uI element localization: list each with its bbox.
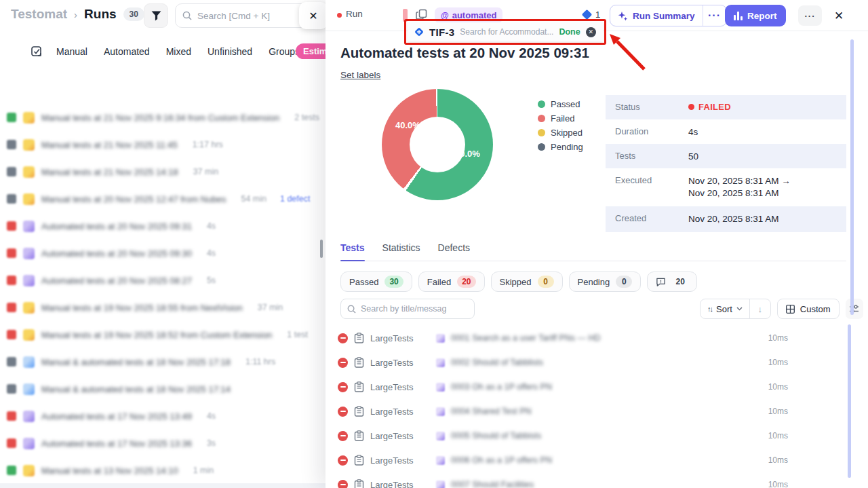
tab-tests[interactable]: Tests [340, 242, 365, 261]
run-list-item[interactable]: Manual tests at 20 Nov 2025 12:47 from N… [0, 185, 326, 212]
drawer-scrollbar[interactable] [850, 39, 854, 315]
run-list-item[interactable]: Manual tests at 21 Nov 2025 9:16:34 from… [0, 104, 326, 131]
grid-icon [786, 305, 795, 314]
filter-tab-manual[interactable]: Manual [56, 46, 87, 57]
run-title-text: Automated tests at 20 Nov 2025 09:31 [41, 221, 192, 231]
run-kind-icon [23, 356, 35, 368]
run-list-item[interactable]: Automated tests at 17 Nov 2025 13:494s [0, 402, 326, 430]
run-status-icon [7, 113, 16, 122]
set-labels-link[interactable]: Set labels [340, 70, 380, 80]
filter-button[interactable] [144, 3, 168, 28]
chip-pending[interactable]: Pending0 [569, 271, 642, 292]
chip-count-badge: 30 [384, 276, 403, 288]
run-kind-icon [23, 193, 35, 205]
test-list-item[interactable]: LargeTests0005 Should of Tabbists10ms [338, 424, 788, 448]
filter-sliders-button[interactable] [846, 299, 863, 319]
test-duration: 10ms [768, 455, 788, 465]
run-list-item[interactable]: Manual tests at 19 Nov 2025 18:52 from C… [0, 321, 326, 348]
issue-popup[interactable]: TIF-3 Search for Accommodat... Done ✕ [408, 22, 603, 41]
filter-tab-automated[interactable]: Automated [104, 46, 150, 57]
report-button[interactable]: Report [725, 5, 786, 26]
summary-row-tests: Tests50 [606, 144, 846, 168]
test-list-item[interactable]: LargeTests0004 Shared Test PN10ms [338, 399, 788, 424]
search-input[interactable] [197, 11, 299, 21]
run-title-text: Manual tests at 21 Nov 2025 11:45 [41, 140, 178, 150]
status-filter-chips: Passed30Failed20Skipped0Pending020 [340, 271, 697, 292]
test-search-input[interactable] [361, 304, 462, 314]
run-title-text: Manual tests at 21 Nov 2025 14:18 [41, 167, 178, 177]
run-meta: 1:17 hrs [193, 140, 223, 149]
summary-row-status: StatusFAILED [606, 95, 846, 119]
run-summary-button[interactable]: Run Summary ··· [610, 5, 727, 26]
run-list-item[interactable]: Automated tests at 17 Nov 2025 13:363s [0, 430, 326, 457]
run-defects-link[interactable]: 1 defect [280, 194, 310, 204]
run-meta: 54 min [241, 194, 267, 204]
tab-statistics[interactable]: Statistics [382, 242, 420, 261]
issue-badge [436, 407, 445, 416]
filter-tab-mixed[interactable]: Mixed [166, 46, 191, 57]
run-list-item[interactable]: Manual tests at 19 Nov 2025 18:55 from N… [0, 294, 326, 321]
select-all-icon[interactable] [31, 46, 43, 58]
jira-diamond-icon [582, 10, 593, 20]
run-list-item[interactable]: Automated tests at 20 Nov 2025 09:314s [0, 212, 326, 240]
test-duration: 10ms [768, 407, 788, 416]
summary-label: Duration [615, 126, 688, 136]
issue-remove-icon[interactable]: ✕ [586, 27, 596, 37]
suite-label: LargeTests [370, 407, 422, 417]
detail-tabs: TestsStatisticsDefects [340, 242, 846, 261]
sort-dropdown[interactable]: ↑↓ Sort [701, 299, 749, 318]
run-list-item[interactable]: Manual tests at 21 Nov 2025 11:451:17 hr… [0, 131, 326, 158]
summary-value: Nov 20, 2025 8:31 AM [688, 213, 779, 225]
left-bottom-strip [0, 483, 326, 488]
run-list-item[interactable]: Manual tests at 21 Nov 2025 14:1837 min [0, 158, 326, 185]
legend-dot [538, 143, 545, 151]
run-details-drawer: Run @ automated 1 Run Summary ··· Repor [326, 0, 868, 488]
run-meta: 3s [207, 438, 216, 448]
test-list-item[interactable]: LargeTests0006 Oh as a 1P offers PN10ms [338, 448, 788, 472]
run-kind-icon [23, 275, 35, 286]
test-search[interactable] [340, 299, 475, 319]
results-donut-chart: 40.0% 60.0% [382, 89, 493, 200]
failed-icon [338, 358, 348, 368]
summary-value-line: 4s [688, 126, 698, 138]
clear-search-button[interactable]: ✕ [299, 2, 328, 29]
run-list-item[interactable]: Manual & automated tests at 18 Nov 2025 … [0, 375, 326, 402]
run-list-item[interactable]: Automated tests at 20 Nov 2025 08:275s [0, 267, 326, 294]
run-list-item[interactable]: Manual tests at 13 Nov 2025 14:101 min [0, 457, 326, 484]
run-title-text: Automated tests at 20 Nov 2025 09:30 [41, 248, 192, 259]
test-list-scrollbar[interactable] [848, 324, 851, 478]
test-title: 0006 Oh as a 1P offers PN [451, 455, 552, 465]
test-list-item[interactable]: LargeTests0002 Should of Tabblists10ms [338, 350, 788, 375]
test-list-item[interactable]: LargeTests0007 Should Facilities10ms [338, 472, 788, 488]
clipboard-icon [354, 406, 364, 417]
run-label: Run [346, 9, 363, 19]
summary-label: Created [615, 213, 688, 223]
chip-comments[interactable]: 20 [647, 271, 697, 292]
run-list-item[interactable]: Manual & automated tests at 18 Nov 2025 … [0, 348, 326, 375]
issue-summary: Search for Accommodat... [460, 27, 553, 37]
run-summary-more-button[interactable]: ··· [703, 5, 726, 26]
run-list-item[interactable]: Automated tests at 20 Nov 2025 09:304s [0, 240, 326, 267]
legend-item-pending: Pending [538, 140, 583, 154]
test-list: LargeTests0001 Search as a user Tariff P… [338, 326, 788, 488]
tab-defects[interactable]: Defects [438, 242, 470, 261]
drawer-close-icon[interactable]: ✕ [834, 9, 844, 23]
run-title-text: Automated tests at 17 Nov 2025 13:36 [41, 438, 192, 449]
run-meta: 1 test [287, 330, 308, 339]
sort-direction-button[interactable]: ↓ [750, 299, 770, 318]
chip-passed[interactable]: Passed30 [340, 271, 412, 292]
panel-scrollbar[interactable] [320, 240, 323, 258]
filter-tab-unfinished[interactable]: Unfinished [208, 46, 252, 57]
chip-skipped[interactable]: Skipped0 [491, 271, 563, 292]
legend-item-skipped: Skipped [538, 126, 583, 140]
chip-count-badge: 20 [672, 276, 688, 288]
legend-item-passed: Passed [538, 97, 583, 111]
more-options-button[interactable]: ··· [798, 5, 822, 26]
funnel-icon [151, 11, 161, 21]
sparkles-icon [618, 11, 628, 21]
custom-view-button[interactable]: Custom [777, 299, 840, 319]
test-list-item[interactable]: LargeTests0001 Search as a user Tariff P… [338, 326, 788, 350]
test-list-item[interactable]: LargeTests0003 Oh as a 1P offers PN10ms [338, 375, 788, 399]
summary-value: 50 [688, 151, 698, 163]
chip-failed[interactable]: Failed20 [418, 271, 485, 292]
